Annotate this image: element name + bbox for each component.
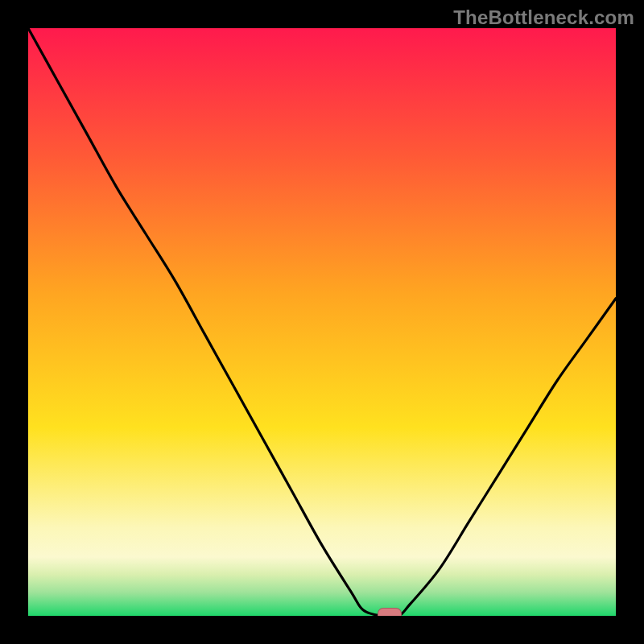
chart-frame: TheBottleneck.com xyxy=(0,0,644,644)
optimal-marker xyxy=(378,608,402,616)
bottleneck-curve xyxy=(28,28,616,616)
plot-area xyxy=(28,28,616,616)
watermark-text: TheBottleneck.com xyxy=(453,6,634,29)
